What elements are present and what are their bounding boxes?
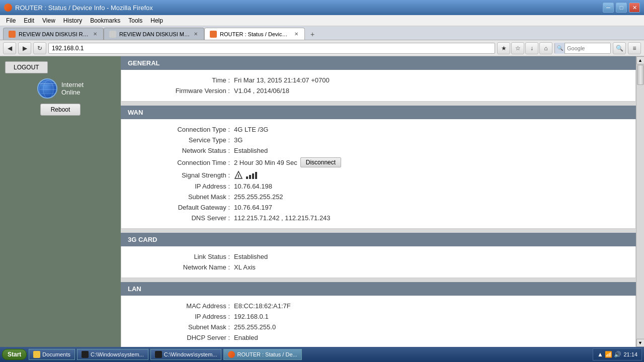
disconnect-button[interactable]: Disconnect	[300, 157, 341, 167]
taskbar-cmd2[interactable]: C:\Windows\system...	[150, 349, 222, 360]
wan-value-5: 10.76.64.198	[232, 183, 272, 190]
address-input[interactable]	[48, 43, 495, 54]
wan-header: WAN	[121, 106, 636, 119]
lan-section: LAN MAC Address : E8:CC:18:62:A1:7F IP A…	[121, 282, 636, 347]
internet-status-text: Internet Online	[61, 81, 84, 96]
wan-label-8: DNS Server :	[131, 214, 232, 222]
start-button[interactable]: Start	[2, 349, 27, 360]
wan-row-7: Default Gateway : 10.76.64.197	[131, 202, 625, 213]
taskbar-documents-label: Documents	[42, 351, 70, 357]
window-controls: ─ □ ✕	[603, 3, 640, 13]
documents-icon	[33, 351, 40, 358]
time-value: Fri Mar 13, 2015 21:14:07 +0700	[232, 76, 330, 84]
lan-row-0: MAC Address : E8:CC:18:62:A1:7F	[131, 301, 625, 311]
menu-help[interactable]: Help	[146, 16, 167, 25]
reload-button[interactable]: ↻	[33, 42, 46, 54]
download-button[interactable]: ↓	[525, 42, 538, 54]
bookmark-button[interactable]: ★	[497, 42, 510, 54]
lan-value-2: 255.255.255.0	[232, 323, 276, 331]
wan-value-2: Established	[232, 147, 268, 154]
wan-section: WAN Connection Type : 4G LTE /3G Service…	[121, 106, 636, 229]
tab-1-close[interactable]: ✕	[193, 31, 199, 38]
sidebar: LOGOUT Internet Online Reboot	[0, 56, 121, 347]
wan-value-8: 112.215.71.242 , 112.215.71.243	[232, 214, 331, 222]
bar-3	[252, 173, 254, 179]
title-bar: ROUTER : Status / Device Info - Mozilla …	[0, 0, 644, 15]
logout-button[interactable]: LOGOUT	[5, 61, 48, 73]
globe-icon	[37, 78, 57, 99]
wan-body: Connection Type : 4G LTE /3G Service Typ…	[121, 119, 636, 229]
menu-view[interactable]: View	[38, 16, 59, 25]
internet-status: Internet Online	[37, 78, 84, 99]
cmd2-icon	[155, 351, 162, 358]
scrollbar[interactable]: ▲ ▼	[636, 56, 644, 347]
tab-2-label: ROUTER : Status / Device Info	[220, 31, 290, 37]
maximize-button[interactable]: □	[616, 3, 627, 13]
wan-value-1: 3G	[232, 136, 243, 144]
signal-bars	[246, 171, 257, 179]
minimize-button[interactable]: ─	[603, 3, 614, 13]
tab-1-icon	[109, 31, 116, 38]
tab-bar: REVIEW DAN DISKUSI ROUTER 3G/4G ... ✕ RE…	[0, 26, 644, 40]
reboot-button[interactable]: Reboot	[40, 104, 81, 116]
firmware-label: Firmware Version :	[131, 87, 232, 95]
close-button[interactable]: ✕	[629, 3, 640, 13]
general-section: GENERAL Time : Fri Mar 13, 2015 21:14:07…	[121, 56, 636, 102]
new-tab-button[interactable]: +	[307, 29, 318, 40]
taskbar-cmd1[interactable]: C:\Windows\system...	[77, 349, 148, 360]
card-label-1: Network Name :	[131, 263, 232, 271]
time-row: Time : Fri Mar 13, 2015 21:14:07 +0700	[131, 75, 625, 85]
menu-edit[interactable]: Edit	[20, 16, 38, 25]
tab-0[interactable]: REVIEW DAN DISKUSI ROUTER 3G/4G ... ✕	[3, 28, 104, 40]
tab-0-label: REVIEW DAN DISKUSI ROUTER 3G/4G ...	[19, 31, 89, 37]
address-icons: ★ ☆ ↓ ⌂	[497, 42, 552, 54]
scroll-up[interactable]: ▲	[636, 56, 645, 64]
wan-row-6: Subnet Mask : 255.255.255.252	[131, 192, 625, 202]
taskbar-firefox-label: ROUTER : Status / De...	[237, 351, 297, 357]
scroll-thumb[interactable]	[637, 65, 644, 85]
firefox-icon	[4, 4, 12, 12]
lan-value-3: Enabled	[232, 334, 258, 341]
wan-row-3: Connection Time : 2 Hour 30 Min 49 Sec D…	[131, 156, 625, 169]
star2-button[interactable]: ☆	[511, 42, 524, 54]
wan-row-5: IP Address : 10.76.64.198	[131, 181, 625, 192]
wan-label-2: Network Status :	[131, 147, 232, 154]
firmware-row: Firmware Version : V1.04 , 2014/06/18	[131, 85, 625, 96]
time-label: Time :	[131, 76, 232, 84]
taskbar-documents[interactable]: Documents	[29, 349, 75, 360]
wan-label-1: Service Type :	[131, 136, 232, 144]
forward-button[interactable]: ▶	[18, 42, 31, 54]
tab-1[interactable]: REVIEW DAN DISKUSI MODEM ZTE M... ✕	[104, 28, 204, 40]
home-button[interactable]: ⌂	[539, 42, 552, 54]
search-button[interactable]: 🔍	[613, 42, 626, 54]
general-body: Time : Fri Mar 13, 2015 21:14:07 +0700 F…	[121, 70, 636, 102]
lan-label-1: IP Address :	[131, 313, 232, 320]
options-button[interactable]: ≡	[628, 42, 641, 54]
window-title: ROUTER : Status / Device Info - Mozilla …	[15, 4, 153, 12]
taskbar: Start Documents C:\Windows\system... C:\…	[0, 347, 644, 362]
card-row-0: Link Status : Established	[131, 251, 625, 262]
tab-1-label: REVIEW DAN DISKUSI MODEM ZTE M...	[119, 31, 190, 37]
lan-label-0: MAC Address :	[131, 302, 232, 310]
search-input[interactable]	[565, 43, 610, 53]
menu-tools[interactable]: Tools	[124, 16, 146, 25]
tab-0-close[interactable]: ✕	[92, 31, 98, 38]
card-row-1: Network Name : XL Axis	[131, 262, 625, 273]
tab-2-close[interactable]: ✕	[293, 31, 299, 38]
lan-header: LAN	[121, 282, 636, 296]
menu-file[interactable]: File	[2, 16, 20, 25]
back-button[interactable]: ◀	[3, 42, 16, 54]
tab-2[interactable]: ROUTER : Status / Device Info ✕	[204, 28, 305, 40]
main-content: GENERAL Time : Fri Mar 13, 2015 21:14:07…	[121, 56, 636, 347]
lan-label-2: Subnet Mask :	[131, 323, 232, 331]
online-label: Online	[61, 88, 84, 96]
scroll-down[interactable]: ▼	[636, 339, 645, 347]
card-section: 3G CARD Link Status : Established Networ…	[121, 233, 636, 278]
firmware-value: V1.04 , 2014/06/18	[232, 87, 289, 95]
tab-0-icon	[9, 31, 16, 38]
menu-history[interactable]: History	[59, 16, 86, 25]
taskbar-firefox[interactable]: ROUTER : Status / De...	[223, 349, 301, 360]
wan-row-4: Signal Strength :	[131, 169, 625, 181]
search-box[interactable]: 🔍	[554, 43, 611, 54]
menu-bookmarks[interactable]: Bookmarks	[86, 16, 124, 25]
